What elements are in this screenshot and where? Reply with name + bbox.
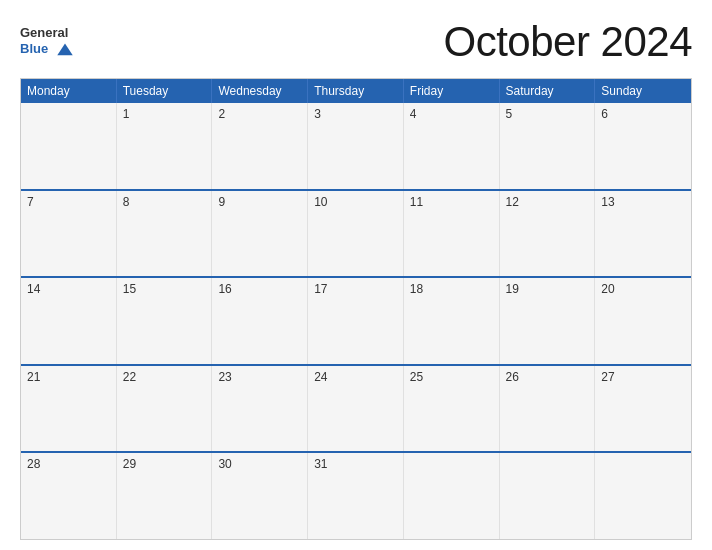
calendar-page: General Blue October 2024 Monday Tuesday…	[0, 0, 712, 550]
cell-oct-5: 5	[500, 103, 596, 189]
cell-empty-1	[21, 103, 117, 189]
cell-oct-12: 12	[500, 191, 596, 277]
cell-oct-9: 9	[212, 191, 308, 277]
cell-oct-10: 10	[308, 191, 404, 277]
col-friday: Friday	[404, 79, 500, 103]
calendar-row-3: 14 15 16 17 18 19 20	[21, 276, 691, 364]
logo-triangle-icon	[54, 41, 76, 59]
cell-oct-18: 18	[404, 278, 500, 364]
cell-oct-11: 11	[404, 191, 500, 277]
cell-oct-30: 30	[212, 453, 308, 539]
cell-oct-15: 15	[117, 278, 213, 364]
cell-oct-4: 4	[404, 103, 500, 189]
cell-oct-29: 29	[117, 453, 213, 539]
cell-oct-26: 26	[500, 366, 596, 452]
cell-empty-3	[500, 453, 596, 539]
cell-empty-2	[404, 453, 500, 539]
cell-oct-19: 19	[500, 278, 596, 364]
cell-oct-8: 8	[117, 191, 213, 277]
col-tuesday: Tuesday	[117, 79, 213, 103]
calendar-row-1: 1 2 3 4 5 6	[21, 103, 691, 189]
cell-oct-2: 2	[212, 103, 308, 189]
calendar-row-2: 7 8 9 10 11 12 13	[21, 189, 691, 277]
cell-oct-13: 13	[595, 191, 691, 277]
col-thursday: Thursday	[308, 79, 404, 103]
cell-oct-1: 1	[117, 103, 213, 189]
svg-marker-0	[57, 43, 72, 55]
month-title: October 2024	[443, 18, 692, 66]
calendar-body: 1 2 3 4 5 6 7 8 9 10 11 12 13 14 15 16	[21, 103, 691, 539]
cell-oct-27: 27	[595, 366, 691, 452]
col-wednesday: Wednesday	[212, 79, 308, 103]
calendar-header: Monday Tuesday Wednesday Thursday Friday…	[21, 79, 691, 103]
col-sunday: Sunday	[595, 79, 691, 103]
cell-oct-23: 23	[212, 366, 308, 452]
logo: General Blue	[20, 25, 76, 59]
cell-oct-3: 3	[308, 103, 404, 189]
cell-oct-16: 16	[212, 278, 308, 364]
logo-line2: Blue	[20, 41, 76, 59]
calendar-row-4: 21 22 23 24 25 26 27	[21, 364, 691, 452]
cell-oct-14: 14	[21, 278, 117, 364]
cell-oct-22: 22	[117, 366, 213, 452]
cell-oct-7: 7	[21, 191, 117, 277]
col-saturday: Saturday	[500, 79, 596, 103]
page-header: General Blue October 2024	[20, 18, 692, 66]
cell-oct-6: 6	[595, 103, 691, 189]
calendar-row-5: 28 29 30 31	[21, 451, 691, 539]
cell-oct-31: 31	[308, 453, 404, 539]
cell-empty-4	[595, 453, 691, 539]
logo-line1: General	[20, 25, 76, 41]
cell-oct-20: 20	[595, 278, 691, 364]
calendar-grid: Monday Tuesday Wednesday Thursday Friday…	[20, 78, 692, 540]
col-monday: Monday	[21, 79, 117, 103]
cell-oct-24: 24	[308, 366, 404, 452]
cell-oct-25: 25	[404, 366, 500, 452]
logo-text: General Blue	[20, 25, 76, 59]
cell-oct-17: 17	[308, 278, 404, 364]
cell-oct-28: 28	[21, 453, 117, 539]
cell-oct-21: 21	[21, 366, 117, 452]
